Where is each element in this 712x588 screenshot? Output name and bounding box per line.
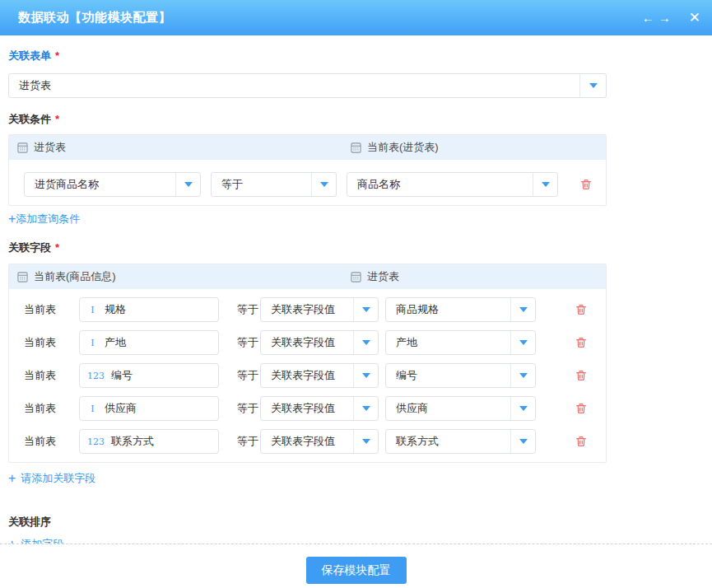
operator-label: 等于 (237, 401, 260, 416)
sort-label: 关联排序 (8, 516, 607, 529)
field-source-select[interactable]: 关联表字段值 (260, 363, 379, 388)
conditions-table-body: 进货商品名称 等于 商品名称 (9, 160, 606, 205)
plus-icon: + (8, 538, 16, 544)
plus-icon: + (8, 212, 16, 226)
conditions-table: 进货表 当前表(进货表) 进货商品名称 等于 (8, 134, 607, 206)
operator-label: 等于 (237, 302, 260, 317)
dialog-header: 数据联动【功能模块配置】 ← → ✕ (0, 0, 712, 35)
field-type-icon: 123 (87, 371, 105, 380)
chevron-down-icon (519, 373, 528, 378)
field-source-select[interactable]: 关联表字段值 (260, 429, 379, 454)
plus-icon: + (8, 472, 16, 485)
delete-row-button[interactable] (575, 435, 588, 448)
trash-icon (575, 336, 588, 349)
trash-icon (575, 435, 588, 448)
delete-condition-button[interactable] (579, 178, 593, 191)
delete-row-button[interactable] (575, 402, 588, 415)
chevron-down-icon (542, 182, 550, 187)
chevron-down-icon (320, 182, 328, 187)
field-source-select[interactable]: 关联表字段值 (260, 330, 379, 355)
fields-label: 关联字段* (8, 241, 607, 254)
field-name-box[interactable]: 123 编号 (79, 363, 219, 388)
operator-label: 等于 (237, 368, 260, 383)
caret-cell (579, 74, 606, 97)
related-form-value: 进货表 (9, 74, 579, 97)
current-table-label: 当前表 (24, 302, 79, 317)
field-value-select[interactable]: 供应商 (385, 396, 536, 421)
chevron-down-icon (362, 439, 370, 444)
operator-label: 等于 (237, 434, 260, 449)
field-name-box[interactable]: I 产地 (79, 330, 219, 355)
caret-cell (510, 331, 535, 354)
caret-cell (510, 298, 535, 321)
fields-column-current: 当前表(商品信息) (17, 269, 116, 284)
field-mapping-row: 当前表 I 产地 等于 关联表字段值 产地 (24, 330, 606, 355)
save-module-config-button[interactable]: 保存模块配置 (306, 557, 407, 584)
chevron-down-icon (519, 406, 528, 411)
field-mapping-row: 当前表 123 编号 等于 关联表字段值 编号 (24, 363, 606, 388)
form-icon (17, 142, 28, 153)
arrow-right-icon: → (658, 11, 671, 25)
resize-toggle-button[interactable]: ← → (642, 11, 671, 25)
field-type-icon: I (87, 404, 98, 413)
field-mapping-row: 当前表 123 联系方式 等于 关联表字段值 联系方式 (24, 429, 606, 454)
chevron-down-icon (184, 182, 193, 187)
field-source-select[interactable]: 关联表字段值 (260, 396, 379, 421)
form-icon (17, 272, 28, 282)
condition-field-select[interactable]: 进货商品名称 (24, 172, 201, 197)
field-name-box[interactable]: I 规格 (79, 297, 219, 322)
condition-target-field-select[interactable]: 商品名称 (347, 172, 558, 197)
caret-cell (353, 397, 378, 420)
field-name-box[interactable]: 123 联系方式 (79, 429, 219, 454)
add-field-mapping-link[interactable]: +请添加关联字段 (8, 471, 95, 486)
trash-icon (575, 402, 588, 415)
current-table-label: 当前表 (24, 368, 79, 383)
current-table-label: 当前表 (24, 401, 79, 416)
field-type-icon: I (87, 338, 98, 348)
conditions-table-header: 进货表 当前表(进货表) (9, 135, 606, 160)
caret-cell (353, 364, 378, 387)
field-source-select[interactable]: 关联表字段值 (260, 297, 379, 322)
trash-icon (575, 369, 588, 382)
related-form-label: 关联表单* (8, 49, 607, 63)
caret-cell (311, 173, 336, 196)
chevron-down-icon (589, 83, 598, 88)
field-value-select[interactable]: 商品规格 (385, 297, 536, 322)
caret-cell (353, 331, 378, 354)
fields-table-body: 当前表 I 规格 等于 关联表字段值 商品规格 (9, 289, 606, 462)
caret-cell (510, 364, 535, 387)
delete-row-button[interactable] (575, 369, 588, 382)
field-value-select[interactable]: 联系方式 (385, 429, 536, 454)
required-asterisk: * (55, 113, 59, 125)
dialog-title: 数据联动【功能模块配置】 (18, 10, 642, 26)
delete-row-button[interactable] (575, 336, 588, 349)
fields-table: 当前表(商品信息) 进货表 当前表 I 规格 等于 关联表字段值 (8, 264, 607, 463)
field-value-select[interactable]: 编号 (385, 363, 536, 388)
related-form-select[interactable]: 进货表 (8, 73, 607, 98)
add-sort-field-link[interactable]: +添加字段 (8, 537, 63, 544)
chevron-down-icon (362, 406, 370, 411)
field-mapping-row: 当前表 I 供应商 等于 关联表字段值 供应商 (24, 396, 606, 421)
dialog-body: 关联表单* 进货表 关联条件* 进货表 当前表(进货表) (0, 35, 712, 544)
add-condition-link[interactable]: +添加查询条件 (8, 212, 80, 226)
form-icon (351, 142, 361, 153)
close-icon[interactable]: ✕ (689, 11, 700, 25)
dialog-footer: 保存模块配置 (0, 544, 712, 588)
conditions-column-source: 进货表 (17, 140, 66, 155)
chevron-down-icon (362, 340, 370, 345)
caret-cell (533, 173, 557, 196)
trash-icon (575, 303, 588, 316)
caret-cell (353, 298, 378, 321)
field-name-box[interactable]: I 供应商 (79, 396, 219, 421)
field-value-select[interactable]: 产地 (385, 330, 536, 355)
delete-row-button[interactable] (575, 303, 588, 316)
arrow-left-icon: ← (642, 11, 654, 25)
header-actions: ← → ✕ (642, 11, 700, 25)
operator-label: 等于 (237, 335, 260, 350)
condition-operator-select[interactable]: 等于 (211, 172, 337, 197)
conditions-column-target: 当前表(进货表) (351, 140, 439, 155)
required-asterisk: * (55, 49, 59, 62)
fields-column-source: 进货表 (351, 269, 399, 284)
form-icon (351, 272, 361, 282)
chevron-down-icon (519, 340, 528, 345)
